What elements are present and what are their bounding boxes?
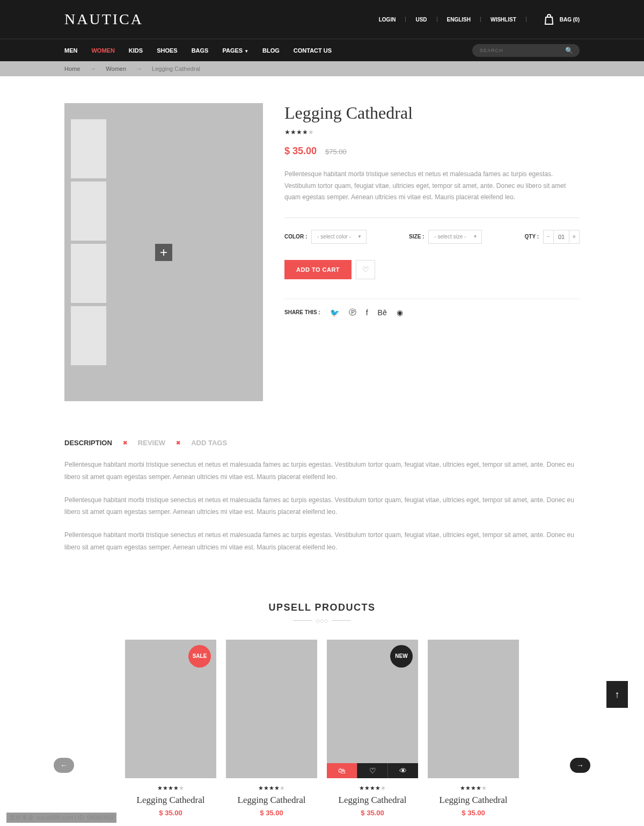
- card-rating: ★★★★★: [226, 785, 317, 792]
- price-now: $ 35.00: [284, 146, 317, 156]
- qty-value: 01: [554, 230, 569, 244]
- chevron-down-icon: ▼: [244, 49, 248, 54]
- qty-increase-button[interactable]: ≡: [569, 230, 580, 244]
- login-link[interactable]: LOGIN: [379, 17, 396, 23]
- price-old: $75.00: [325, 148, 347, 156]
- card-image[interactable]: NEW 🛍 ♡ 👁: [327, 640, 418, 778]
- search-box[interactable]: 🔍: [472, 44, 580, 57]
- share-label: SHARE THIS :: [284, 309, 320, 315]
- tab-addtags[interactable]: ADD TAGS: [191, 439, 227, 447]
- card-name: Legging Cathedral: [226, 795, 317, 806]
- breadcrumb-home[interactable]: Home: [64, 66, 80, 72]
- plus-icon: +: [160, 245, 167, 260]
- arrow-right-icon: →: [90, 65, 96, 73]
- main-nav: MEN WOMEN KIDS SHOES BAGS PAGES▼ BLOG CO…: [0, 39, 644, 61]
- heart-icon: ♡: [362, 265, 369, 274]
- color-select[interactable]: - select color - ▼: [311, 230, 367, 244]
- card-image[interactable]: [226, 640, 317, 778]
- carousel-next-button[interactable]: →: [570, 758, 590, 773]
- search-input[interactable]: [480, 48, 572, 53]
- arrow-right-icon: →: [136, 65, 142, 73]
- tab-review[interactable]: REVIEW: [138, 439, 165, 447]
- nav-contact[interactable]: CONTACT US: [294, 47, 332, 54]
- card-rating: ★★★★★: [428, 785, 519, 792]
- size-select[interactable]: - select size - ▼: [428, 230, 482, 244]
- card-image[interactable]: [428, 640, 519, 778]
- product-title: Legging Cathedral: [284, 103, 580, 123]
- nav-men[interactable]: MEN: [64, 47, 77, 54]
- product-rating: ★★★★★: [284, 128, 580, 136]
- language-link[interactable]: ENGLISH: [447, 17, 471, 23]
- upsell-card[interactable]: ★★★★★ Legging Cathedral $ 35.00: [226, 640, 317, 817]
- nav-pages[interactable]: PAGES▼: [222, 47, 248, 54]
- breadcrumb-women[interactable]: Women: [106, 66, 126, 72]
- nav-shoes[interactable]: SHOES: [157, 47, 178, 54]
- qty-label: QTY :: [525, 234, 539, 240]
- breadcrumb-current: Legging Cathedral: [152, 66, 200, 72]
- carousel-prev-button[interactable]: ←: [54, 758, 74, 773]
- nav-bags[interactable]: BAGS: [192, 47, 209, 54]
- card-name: Legging Cathedral: [428, 795, 519, 806]
- top-header: NAUTICA LOGIN USD ENGLISH WISHLIST BAG (…: [0, 0, 644, 39]
- tab-content: Pellentesque habitant morbi tristique se…: [64, 459, 580, 554]
- card-image[interactable]: SALE: [125, 640, 216, 778]
- gallery-thumb[interactable]: [71, 244, 106, 303]
- facebook-icon[interactable]: f: [366, 308, 368, 317]
- product-badge: SALE: [188, 645, 211, 668]
- twitter-icon[interactable]: 🐦: [330, 308, 339, 317]
- tab-separator: ✖: [176, 440, 180, 446]
- bag-button[interactable]: BAG (0): [543, 12, 580, 26]
- upsell-card[interactable]: NEW 🛍 ♡ 👁 ★★★★★ Legging Cathedral $ 35.0…: [327, 640, 418, 817]
- currency-link[interactable]: USD: [415, 17, 427, 23]
- card-price: $ 35.00: [428, 809, 519, 817]
- chevron-down-icon: ▼: [357, 234, 362, 239]
- card-rating: ★★★★★: [327, 785, 418, 792]
- brand-logo[interactable]: NAUTICA: [64, 11, 143, 28]
- qty-decrease-button[interactable]: −: [543, 230, 554, 244]
- gallery-thumb[interactable]: [71, 306, 106, 365]
- nav-kids[interactable]: KIDS: [129, 47, 143, 54]
- title-decoration: ◇◇◇: [64, 618, 580, 624]
- card-quickview-button[interactable]: 👁: [387, 763, 418, 778]
- zoom-button[interactable]: +: [155, 244, 172, 261]
- product-gallery: +: [64, 103, 263, 401]
- nav-blog[interactable]: BLOG: [262, 47, 280, 54]
- card-price: $ 35.00: [226, 809, 317, 817]
- divider: [405, 17, 406, 22]
- card-name: Legging Cathedral: [125, 795, 216, 806]
- top-links: LOGIN USD ENGLISH WISHLIST: [379, 17, 526, 23]
- behance-icon[interactable]: Bē: [378, 308, 387, 317]
- scroll-top-button[interactable]: ↑: [606, 681, 628, 708]
- pinterest-icon[interactable]: Ⓟ: [349, 308, 356, 317]
- divider: [437, 17, 437, 22]
- card-name: Legging Cathedral: [327, 795, 418, 806]
- arrow-up-icon: ↑: [615, 689, 620, 700]
- tab-separator: ✖: [123, 440, 127, 446]
- card-wishlist-button[interactable]: ♡: [357, 763, 387, 778]
- chevron-down-icon: ▼: [473, 234, 478, 239]
- product-description: Pellentesque habitant morbi tristique se…: [284, 169, 580, 204]
- color-label: COLOR :: [284, 234, 307, 240]
- divider: [526, 17, 526, 22]
- gallery-thumb[interactable]: [71, 182, 106, 241]
- bag-label: BAG (0): [560, 17, 580, 23]
- upsell-title: UPSELL PRODUCTS: [64, 602, 580, 613]
- divider: [480, 17, 481, 22]
- bag-icon: [543, 12, 555, 26]
- upsell-card[interactable]: ★★★★★ Legging Cathedral $ 35.00: [428, 640, 519, 817]
- search-icon[interactable]: 🔍: [565, 47, 573, 54]
- wishlist-link[interactable]: WISHLIST: [491, 17, 516, 23]
- upsell-card[interactable]: SALE ★★★★★ Legging Cathedral $ 35.00: [125, 640, 216, 817]
- watermark: 素材来源: sucai999.com | ID: 04088458: [6, 813, 116, 823]
- card-price: $ 35.00: [125, 809, 216, 817]
- wishlist-button[interactable]: ♡: [356, 260, 375, 279]
- nav-women[interactable]: WOMEN: [91, 47, 114, 54]
- gallery-thumb[interactable]: [71, 119, 106, 178]
- card-price: $ 35.00: [327, 809, 418, 817]
- card-rating: ★★★★★: [125, 785, 216, 792]
- product-badge: NEW: [390, 645, 413, 668]
- dribbble-icon[interactable]: ◉: [397, 308, 403, 317]
- tab-description[interactable]: DESCRIPTION: [64, 439, 112, 447]
- add-to-cart-button[interactable]: ADD TO CART: [284, 260, 352, 279]
- card-add-button[interactable]: 🛍: [327, 763, 357, 778]
